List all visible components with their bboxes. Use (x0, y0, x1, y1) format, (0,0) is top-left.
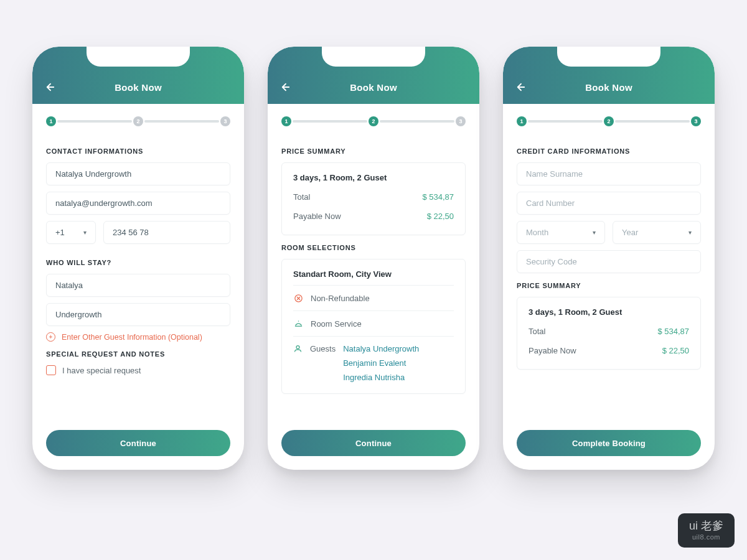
step-3: 3 (456, 116, 466, 126)
watermark: ui 老爹 uil8.com (678, 513, 735, 548)
continue-button[interactable]: Continue (46, 430, 230, 456)
notch (322, 47, 425, 67)
step-bar-2 (380, 120, 454, 123)
stepper: 1 2 3 (268, 104, 479, 135)
payable-label: Payable Now (529, 346, 576, 355)
add-guest-link[interactable]: + Enter Other Guest Information (Optiona… (46, 332, 230, 342)
plus-icon: + (46, 332, 55, 342)
summary-head: 3 days, 1 Room, 2 Guset (293, 173, 454, 187)
notch (87, 47, 190, 67)
total-label: Total (529, 327, 545, 336)
page-title: Book Now (115, 82, 162, 93)
nonrefundable-label: Non-Refundable (311, 294, 370, 303)
notch (557, 47, 660, 67)
svg-point-7 (296, 346, 299, 349)
price-summary-card: 3 days, 1 Room, 2 Guest Total $ 534,87 P… (517, 297, 701, 370)
special-request-checkbox[interactable] (46, 365, 56, 375)
year-select[interactable]: Year▾ (613, 221, 701, 244)
service-icon (293, 319, 303, 329)
country-code-select[interactable]: +1▾ (46, 221, 96, 244)
step-1: 1 (46, 116, 56, 126)
page-title: Book Now (585, 82, 632, 93)
step-bar-1 (57, 120, 132, 123)
lastname-input[interactable]: Undergrowth (46, 303, 230, 326)
step-1: 1 (517, 116, 527, 126)
step-1: 1 (281, 116, 291, 126)
phone-input[interactable]: 234 56 78 (103, 221, 230, 244)
guest-name[interactable]: Ingredia Nutrisha (343, 373, 419, 382)
step-bar-1 (528, 120, 603, 123)
arrow-left-icon (280, 82, 291, 93)
content: CONTACT INFORMATIONS Natalya Undergrowth… (32, 135, 244, 430)
step-2: 2 (604, 116, 614, 126)
header: Book Now (503, 47, 715, 104)
arrow-left-icon (515, 82, 527, 93)
continue-button[interactable]: Continue (281, 430, 466, 456)
guests-icon (293, 344, 303, 353)
step-3: 3 (220, 116, 230, 126)
stepper: 1 2 3 (32, 104, 244, 135)
cardholder-name-input[interactable]: Name Surname (517, 162, 701, 185)
service-label: Room Service (311, 319, 362, 329)
month-select[interactable]: Month▾ (517, 221, 605, 244)
nonrefundable-icon (293, 293, 303, 303)
content: PRICE SUMMARY 3 days, 1 Room, 2 Guset To… (268, 135, 479, 430)
chevron-down-icon: ▾ (688, 229, 692, 236)
section-stay: WHO WILL STAY? (46, 259, 230, 266)
step-3: 3 (691, 116, 701, 126)
email-input[interactable]: natalya@undergrowth.com (46, 192, 230, 215)
phone-screen-1: Book Now 1 2 3 CONTACT INFORMATIONS Nata… (32, 47, 244, 470)
payable-value: $ 22,50 (427, 212, 454, 221)
chevron-down-icon: ▾ (83, 229, 87, 236)
phone-screen-3: Book Now 1 2 3 CREDIT CARD INFORMATIONS … (503, 47, 715, 470)
total-value: $ 534,87 (657, 327, 689, 336)
step-bar-2 (144, 120, 219, 123)
price-summary-card: 3 days, 1 Room, 2 Guset Total $ 534,87 P… (281, 162, 466, 235)
checkbox-label: I have special request (62, 366, 141, 375)
back-button[interactable] (44, 80, 57, 94)
complete-booking-button[interactable]: Complete Booking (517, 430, 701, 456)
header: Book Now (268, 47, 479, 104)
payable-value: $ 22,50 (662, 346, 689, 355)
chevron-down-icon: ▾ (593, 229, 596, 236)
summary-head: 3 days, 1 Room, 2 Guest (529, 307, 689, 322)
section-price: PRICE SUMMARY (517, 282, 701, 289)
section-price: PRICE SUMMARY (281, 147, 466, 155)
step-2: 2 (369, 116, 378, 126)
step-2: 2 (133, 116, 143, 126)
room-card: Standart Room, City View Non-Refundable … (281, 259, 466, 394)
back-button[interactable] (514, 80, 528, 94)
phone-screen-2: Book Now 1 2 3 PRICE SUMMARY 3 days, 1 R… (268, 47, 479, 470)
section-contact: CONTACT INFORMATIONS (46, 147, 230, 155)
guest-name[interactable]: Benjamin Evalent (343, 358, 419, 368)
header: Book Now (32, 47, 244, 104)
room-head: Standart Room, City View (293, 269, 454, 285)
payable-label: Payable Now (293, 212, 341, 221)
back-button[interactable] (279, 80, 293, 94)
total-label: Total (293, 192, 310, 202)
guest-name[interactable]: Natalya Undergrowth (343, 344, 419, 353)
firstname-input[interactable]: Natalya (46, 274, 230, 297)
step-bar-1 (293, 120, 367, 123)
guests-label: Guests (310, 344, 336, 353)
content: CREDIT CARD INFORMATIONS Name Surname Ca… (503, 135, 715, 430)
page-title: Book Now (350, 82, 397, 93)
stepper: 1 2 3 (503, 104, 715, 135)
step-bar-2 (615, 120, 690, 123)
section-notes: SPECIAL REQUEST AND NOTES (46, 350, 230, 358)
section-room: ROOM SELECTIONS (281, 244, 466, 251)
arrow-left-icon (45, 82, 56, 93)
security-code-input[interactable]: Security Code (517, 250, 701, 273)
total-value: $ 534,87 (422, 192, 454, 202)
section-card: CREDIT CARD INFORMATIONS (517, 147, 701, 155)
name-input[interactable]: Natalya Undergrowth (46, 162, 230, 185)
card-number-input[interactable]: Card Number (517, 192, 701, 215)
